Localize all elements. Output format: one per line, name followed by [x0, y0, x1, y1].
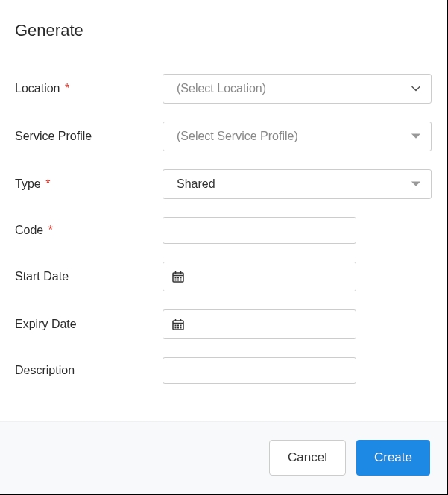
- row-expiry-date: Expiry Date: [15, 309, 432, 339]
- create-button[interactable]: Create: [356, 440, 430, 476]
- location-select[interactable]: (Select Location): [163, 74, 432, 104]
- dialog-title: Generate: [15, 21, 432, 40]
- label-location-text: Location: [15, 82, 60, 95]
- label-type-text: Type: [15, 177, 41, 190]
- type-selected-text: Shared: [177, 177, 215, 191]
- form-body: Location * (Select Location) Service Pro…: [0, 57, 447, 424]
- location-selected-text: (Select Location): [177, 82, 266, 95]
- row-description: Description: [15, 357, 432, 384]
- label-expiry-date-text: Expiry Date: [15, 318, 77, 330]
- row-service-profile: Service Profile (Select Service Profile): [15, 122, 432, 151]
- service-profile-selected-text: (Select Service Profile): [177, 130, 298, 143]
- label-start-date: Start Date: [15, 270, 163, 283]
- type-select[interactable]: Shared: [163, 169, 432, 199]
- service-profile-select-wrapper: (Select Service Profile): [163, 122, 432, 151]
- required-mark: *: [65, 82, 69, 95]
- label-start-date-text: Start Date: [15, 270, 69, 283]
- label-code: Code *: [15, 224, 163, 237]
- expiry-date-input[interactable]: [163, 309, 356, 339]
- row-start-date: Start Date: [15, 262, 432, 291]
- required-mark: *: [48, 224, 53, 236]
- dialog-header: Generate: [0, 0, 447, 57]
- service-profile-select[interactable]: (Select Service Profile): [163, 122, 432, 151]
- code-input[interactable]: [163, 217, 356, 244]
- location-select-wrapper: (Select Location): [163, 74, 432, 104]
- start-date-wrapper: [163, 262, 356, 291]
- type-select-wrapper: Shared: [163, 169, 432, 199]
- description-input[interactable]: [163, 357, 356, 384]
- required-mark: *: [45, 177, 50, 190]
- dialog-footer: Cancel Create: [0, 421, 447, 494]
- label-expiry-date: Expiry Date: [15, 318, 163, 331]
- row-location: Location * (Select Location): [15, 74, 432, 104]
- expiry-date-wrapper: [163, 309, 356, 339]
- start-date-input[interactable]: [163, 262, 356, 291]
- label-description: Description: [15, 364, 163, 377]
- label-description-text: Description: [15, 364, 75, 376]
- row-code: Code *: [15, 217, 432, 244]
- row-type: Type * Shared: [15, 169, 432, 199]
- cancel-button[interactable]: Cancel: [269, 440, 346, 476]
- label-location: Location *: [15, 82, 163, 95]
- label-code-text: Code: [15, 224, 43, 236]
- label-service-profile: Service Profile: [15, 130, 163, 143]
- label-type: Type *: [15, 177, 163, 191]
- label-service-profile-text: Service Profile: [15, 130, 92, 142]
